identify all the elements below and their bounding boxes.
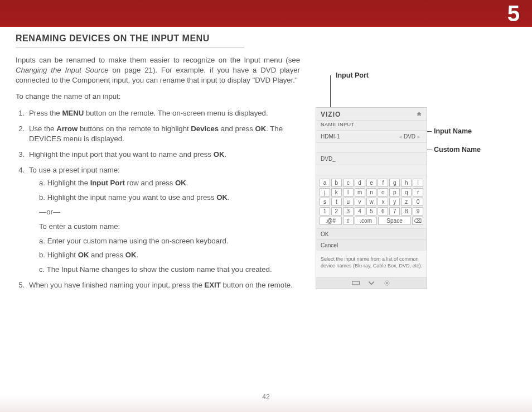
key-f[interactable]: f <box>378 179 388 187</box>
svg-rect-0 <box>352 281 360 285</box>
step-ca: a. Enter your custom name using the on-s… <box>39 236 300 246</box>
osd-footer <box>316 277 427 289</box>
osd-panel: VIZIO NAME INPUT HDMI-1 ◄DVD► DVD_ abcde… <box>316 107 427 289</box>
help-text: Select the input name from a list of com… <box>316 251 427 277</box>
key-k[interactable]: k <box>331 188 342 197</box>
key-a[interactable]: a <box>320 179 330 187</box>
ok-button[interactable]: OK <box>316 228 427 239</box>
key-1[interactable]: 1 <box>320 207 330 215</box>
key-symbols[interactable]: .@# <box>320 217 342 225</box>
label-custom-name: Custom Name <box>434 146 481 154</box>
key-3[interactable]: 3 <box>343 207 354 215</box>
key-x[interactable]: x <box>378 198 388 206</box>
custom-name-value: DVD_ <box>321 156 336 162</box>
chevron-right-icon: ► <box>415 135 422 140</box>
key-backspace[interactable]: ⌫ <box>412 217 423 225</box>
key-6[interactable]: 6 <box>378 207 388 215</box>
key-l[interactable]: l <box>343 188 354 197</box>
key-dotcom[interactable]: .com <box>355 217 377 225</box>
custom-lead: To enter a custom name: <box>39 222 300 232</box>
page-title: RENAMING DEVICES ON THE INPUT MENU <box>16 33 244 47</box>
key-n[interactable]: n <box>366 188 377 197</box>
key-e[interactable]: e <box>366 179 377 187</box>
custom-name-row[interactable]: DVD_ <box>316 153 427 165</box>
key-p[interactable]: p <box>389 188 400 197</box>
step-4b: b. Highlight the input name you want to … <box>39 193 300 203</box>
key-t[interactable]: t <box>331 198 342 206</box>
svg-point-1 <box>386 282 388 284</box>
cancel-button[interactable]: Cancel <box>316 239 427 251</box>
key-9[interactable]: 9 <box>413 207 423 215</box>
key-space[interactable]: Space <box>378 217 411 225</box>
page-number: 42 <box>16 393 516 401</box>
key-5[interactable]: 5 <box>366 207 377 215</box>
key-s[interactable]: s <box>320 198 330 206</box>
label-input-name: Input Name <box>434 127 472 135</box>
key-v[interactable]: v <box>355 198 365 206</box>
step-cb: b. Highlight OK and press OK. <box>39 250 300 260</box>
onscreen-keyboard: abcdefghi jklmnopqr stuvwxyz0 123456789 … <box>316 175 427 228</box>
header-rule <box>0 26 532 27</box>
chevron-left-icon: ◄ <box>397 135 404 140</box>
screen-title: NAME INPUT <box>316 121 427 131</box>
chevron-down-icon[interactable] <box>367 280 375 286</box>
selected-input-name: DVD <box>404 133 415 140</box>
brand-logo: VIZIO <box>321 111 341 118</box>
key-c[interactable]: c <box>343 179 354 187</box>
key-w[interactable]: w <box>366 198 377 206</box>
step-1: Press the MENU button on the remote. The… <box>27 108 300 118</box>
step-5: When you have finished naming your input… <box>27 280 300 290</box>
step-cc: c. The Input Name changes to show the cu… <box>39 265 300 275</box>
cross-ref: Changing the Input Source <box>16 66 109 74</box>
key-2[interactable]: 2 <box>331 207 342 215</box>
label-input-port: Input Port <box>336 71 369 79</box>
step-2: Use the Arrow buttons on the remote to h… <box>27 124 300 144</box>
step-4: To use a preset input name: a. Highlight… <box>27 165 300 275</box>
step-3: Highlight the input port that you want t… <box>27 150 300 160</box>
key-d[interactable]: d <box>355 179 365 187</box>
gear-icon[interactable] <box>383 280 391 286</box>
key-g[interactable]: g <box>389 179 400 187</box>
key-8[interactable]: 8 <box>401 207 412 215</box>
home-icon[interactable] <box>416 111 422 118</box>
body-column: Inputs can be renamed to make them easie… <box>16 55 300 290</box>
key-q[interactable]: q <box>401 188 412 197</box>
key-j[interactable]: j <box>320 188 330 197</box>
intro-paragraph: Inputs can be renamed to make them easie… <box>16 55 300 85</box>
key-o[interactable]: o <box>378 188 388 197</box>
key-z[interactable]: z <box>401 198 412 206</box>
key-b[interactable]: b <box>331 179 342 187</box>
step-or: —or— <box>39 207 300 217</box>
chapter-number: 5 <box>507 1 520 26</box>
key-shift[interactable]: ⇧ <box>343 217 354 225</box>
key-0[interactable]: 0 <box>413 198 423 206</box>
wide-icon[interactable] <box>352 280 360 286</box>
key-4[interactable]: 4 <box>355 207 365 215</box>
step-4a: a. Highlight the Input Port row and pres… <box>39 178 300 188</box>
key-7[interactable]: 7 <box>389 207 400 215</box>
lead-line: To change the name of an input: <box>16 92 300 102</box>
key-h[interactable]: h <box>401 179 412 187</box>
header-band: 5 <box>0 0 532 26</box>
key-y[interactable]: y <box>389 198 400 206</box>
key-r[interactable]: r <box>413 188 423 197</box>
key-m[interactable]: m <box>355 188 365 197</box>
input-port-row[interactable]: HDMI-1 ◄DVD► <box>316 131 427 143</box>
key-i[interactable]: i <box>413 179 423 187</box>
key-u[interactable]: u <box>343 198 354 206</box>
input-port-value: HDMI-1 <box>321 133 340 140</box>
